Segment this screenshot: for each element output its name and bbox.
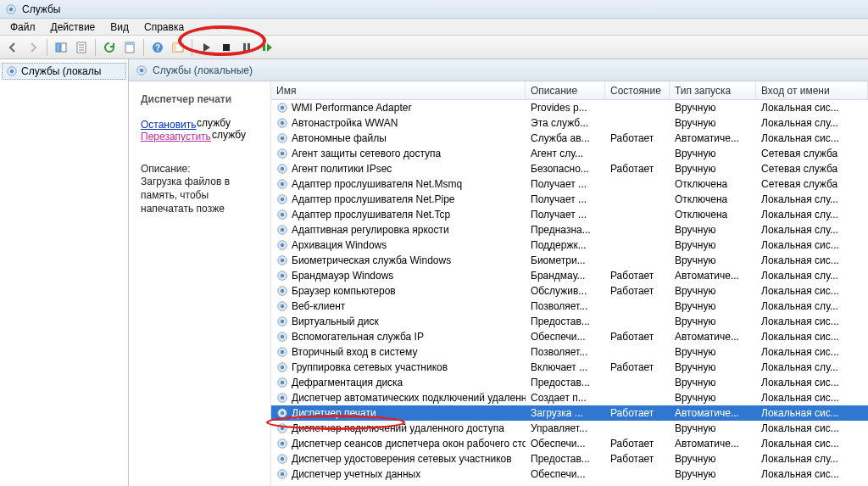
service-name: Агент защиты сетевого доступа: [292, 148, 441, 159]
service-start: Отключена: [670, 209, 756, 221]
service-name: Автономные файлы: [292, 132, 387, 144]
service-row[interactable]: Виртуальный дискПредостав...ВручнуюЛокал…: [271, 314, 868, 329]
svg-point-32: [281, 198, 284, 201]
service-desc: Эта служб...: [526, 117, 605, 129]
window-title: Службы: [22, 3, 60, 15]
gear-icon: [276, 254, 288, 266]
service-row[interactable]: Группировка сетевых участниковВключает .…: [271, 360, 868, 375]
service-row[interactable]: Архивация WindowsПоддержк...ВручнуюЛокал…: [271, 237, 868, 253]
service-logon: Сетевая служба: [756, 148, 868, 159]
restart-service-button[interactable]: [258, 38, 276, 57]
svg-point-30: [281, 182, 284, 186]
main-body: Диспетчер печати Остановить службу Перез…: [129, 81, 868, 486]
service-name: Вторичный вход в систему: [292, 346, 417, 358]
service-name: Диспетчер подключений удаленного доступа: [292, 422, 504, 434]
service-row[interactable]: Диспетчер подключений удаленного доступа…: [271, 421, 868, 436]
console-tree-button[interactable]: [169, 38, 187, 57]
service-row[interactable]: Автонастройка WWANЭта служб...ВручнуюЛок…: [271, 115, 868, 131]
service-row[interactable]: Диспетчер печатиЗагрузка ...РаботаетАвто…: [271, 405, 868, 421]
service-row[interactable]: Вспомогательная служба IPОбеспечи...Рабо…: [271, 329, 868, 344]
service-start: Вручную: [670, 377, 756, 388]
service-row[interactable]: Адаптер прослушивателя Net.TcpПолучает .…: [271, 207, 868, 222]
service-start: Вручную: [670, 300, 756, 312]
service-row[interactable]: Адаптер прослушивателя Net.PipeПолучает …: [271, 192, 868, 207]
service-name: Адаптер прослушивателя Net.Pipe: [292, 193, 455, 205]
col-logon[interactable]: Вход от имени: [756, 81, 868, 99]
gear-icon: [276, 224, 288, 236]
service-row[interactable]: Браузер компьютеровОбслужив...РаботаетВр…: [271, 283, 868, 299]
service-row[interactable]: Диспетчер автоматических подключений уда…: [271, 390, 868, 405]
service-logon: Локальная сис...: [756, 438, 868, 450]
service-name: Вспомогательная служба IP: [292, 331, 424, 343]
tree-node-services[interactable]: Службы (локалы: [2, 63, 126, 80]
service-desc: Биометри...: [526, 254, 605, 266]
refresh-button[interactable]: [100, 38, 119, 57]
service-row[interactable]: Адаптивная регулировка яркостиПредназна.…: [271, 222, 868, 237]
service-row[interactable]: Агент защиты сетевого доступаАгент слу..…: [271, 146, 868, 161]
service-desc: Позволяет...: [526, 300, 605, 312]
service-name: Агент политики IPsec: [292, 163, 392, 175]
service-row[interactable]: Брандмауэр WindowsБрандмау...РаботаетАвт…: [271, 268, 868, 283]
tree-pane[interactable]: Службы (локалы: [0, 59, 129, 486]
list-pane: Имя Описание Состояние Тип запуска Вход …: [271, 81, 868, 486]
service-state: Работает: [605, 438, 670, 450]
svg-rect-14: [263, 44, 265, 51]
service-desc: Предназна...: [526, 224, 605, 236]
service-desc: Обеспечи...: [526, 438, 605, 450]
service-row[interactable]: Биометрическая служба WindowsБиометри...…: [271, 253, 868, 268]
service-desc: Предостав...: [526, 453, 605, 465]
service-start: Вручную: [670, 346, 756, 358]
service-name: Биометрическая служба Windows: [292, 254, 451, 266]
gear-icon: [276, 178, 288, 190]
service-state: Работает: [605, 163, 670, 175]
menu-action[interactable]: Действие: [44, 20, 103, 35]
col-state[interactable]: Состояние: [605, 81, 670, 99]
service-row[interactable]: Дефрагментация дискаПредостав...ВручнуюЛ…: [271, 375, 868, 390]
col-name[interactable]: Имя: [271, 81, 526, 99]
nav-forward-button[interactable]: [24, 38, 42, 57]
service-row[interactable]: Веб-клиентПозволяет...ВручнуюЛокальная с…: [271, 299, 868, 314]
properties-button[interactable]: [120, 38, 139, 57]
service-row[interactable]: Автономные файлыСлужба ав...РаботаетАвто…: [271, 131, 868, 146]
service-row[interactable]: Диспетчер удостоверения сетевых участник…: [271, 451, 868, 466]
pause-service-button[interactable]: [237, 38, 256, 57]
service-row[interactable]: Диспетчер учетных данныхОбеспечи...Вручн…: [271, 466, 868, 482]
service-row[interactable]: Диспетчер сеансов диспетчера окон рабоче…: [271, 436, 868, 451]
service-row[interactable]: Агент политики IPsecБезопасно...Работает…: [271, 161, 868, 176]
svg-point-22: [281, 121, 284, 125]
service-logon: Локальная сис...: [756, 239, 868, 251]
service-row[interactable]: Вторичный вход в системуПозволяет...Вруч…: [271, 344, 868, 360]
svg-rect-11: [223, 44, 230, 51]
service-start: Вручную: [670, 392, 756, 404]
col-startup[interactable]: Тип запуска: [670, 81, 756, 99]
service-desc: Загрузка ...: [526, 407, 605, 419]
service-name: Диспетчер удостоверения сетевых участник…: [292, 453, 512, 465]
service-start: Автоматиче...: [670, 331, 756, 343]
svg-text:?: ?: [155, 43, 160, 53]
gear-icon: [276, 453, 288, 465]
menu-file[interactable]: Файл: [3, 20, 42, 35]
gear-icon: [276, 422, 288, 434]
column-headers[interactable]: Имя Описание Состояние Тип запуска Вход …: [271, 81, 868, 100]
svg-point-20: [281, 106, 284, 109]
main-pane: Службы (локальные) Диспетчер печати Оста…: [129, 59, 868, 486]
col-description[interactable]: Описание: [526, 81, 605, 99]
service-row[interactable]: Адаптер прослушивателя Net.MsmqПолучает …: [271, 176, 868, 192]
help-button[interactable]: ?: [148, 38, 167, 57]
menu-view[interactable]: Вид: [103, 20, 136, 35]
menu-help[interactable]: Справка: [137, 20, 191, 35]
nav-back-button[interactable]: [3, 38, 22, 57]
export-list-button[interactable]: [72, 38, 91, 57]
svg-rect-10: [173, 43, 176, 52]
gear-icon: [276, 438, 288, 450]
service-desc: Управляет...: [526, 422, 605, 434]
service-start: Вручную: [670, 224, 756, 236]
show-hide-tree-button[interactable]: [52, 38, 70, 57]
description-text: Загрузка файлов в память, чтобы напечата…: [141, 175, 262, 216]
start-service-button[interactable]: [197, 38, 215, 57]
service-rows[interactable]: WMI Performance AdapterProvides p...Вруч…: [271, 100, 868, 486]
service-row[interactable]: WMI Performance AdapterProvides p...Вруч…: [271, 100, 868, 115]
service-start: Автоматиче...: [670, 270, 756, 282]
stop-service-button[interactable]: [217, 38, 236, 57]
service-logon: Локальная сис...: [756, 468, 868, 480]
